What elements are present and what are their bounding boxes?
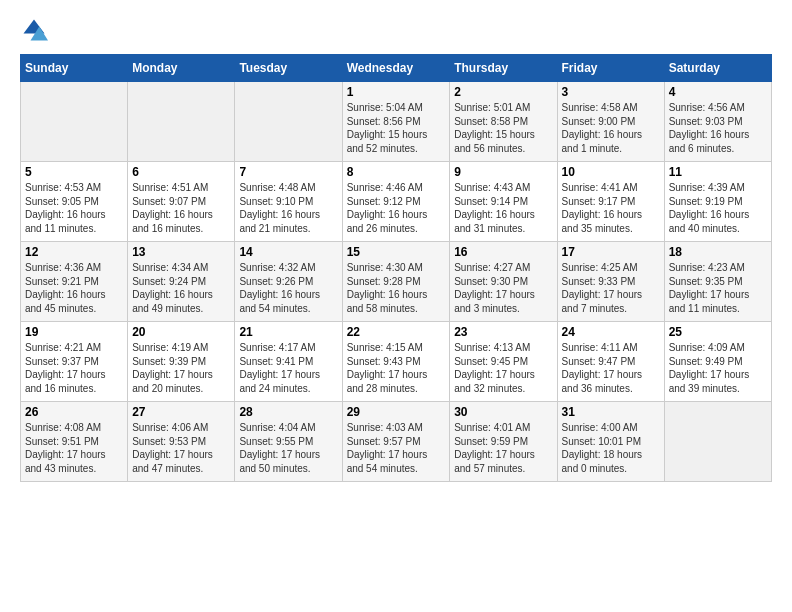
day-number: 15 — [347, 245, 446, 259]
calendar-cell: 21Sunrise: 4:17 AM Sunset: 9:41 PM Dayli… — [235, 322, 342, 402]
calendar-cell: 8Sunrise: 4:46 AM Sunset: 9:12 PM Daylig… — [342, 162, 450, 242]
calendar-cell: 28Sunrise: 4:04 AM Sunset: 9:55 PM Dayli… — [235, 402, 342, 482]
day-info: Sunrise: 4:23 AM Sunset: 9:35 PM Dayligh… — [669, 261, 767, 315]
calendar-cell — [128, 82, 235, 162]
day-number: 28 — [239, 405, 337, 419]
day-info: Sunrise: 4:25 AM Sunset: 9:33 PM Dayligh… — [562, 261, 660, 315]
calendar-cell: 23Sunrise: 4:13 AM Sunset: 9:45 PM Dayli… — [450, 322, 557, 402]
day-number: 14 — [239, 245, 337, 259]
weekday-header-row: SundayMondayTuesdayWednesdayThursdayFrid… — [21, 55, 772, 82]
day-info: Sunrise: 4:27 AM Sunset: 9:30 PM Dayligh… — [454, 261, 552, 315]
day-info: Sunrise: 4:30 AM Sunset: 9:28 PM Dayligh… — [347, 261, 446, 315]
calendar-table: SundayMondayTuesdayWednesdayThursdayFrid… — [20, 54, 772, 482]
calendar-cell: 13Sunrise: 4:34 AM Sunset: 9:24 PM Dayli… — [128, 242, 235, 322]
weekday-header: Saturday — [664, 55, 771, 82]
calendar-cell: 9Sunrise: 4:43 AM Sunset: 9:14 PM Daylig… — [450, 162, 557, 242]
day-number: 22 — [347, 325, 446, 339]
day-number: 3 — [562, 85, 660, 99]
calendar-cell: 11Sunrise: 4:39 AM Sunset: 9:19 PM Dayli… — [664, 162, 771, 242]
day-number: 17 — [562, 245, 660, 259]
calendar-cell: 30Sunrise: 4:01 AM Sunset: 9:59 PM Dayli… — [450, 402, 557, 482]
calendar-cell: 2Sunrise: 5:01 AM Sunset: 8:58 PM Daylig… — [450, 82, 557, 162]
day-info: Sunrise: 4:51 AM Sunset: 9:07 PM Dayligh… — [132, 181, 230, 235]
day-number: 12 — [25, 245, 123, 259]
calendar-cell: 6Sunrise: 4:51 AM Sunset: 9:07 PM Daylig… — [128, 162, 235, 242]
day-info: Sunrise: 4:46 AM Sunset: 9:12 PM Dayligh… — [347, 181, 446, 235]
day-number: 1 — [347, 85, 446, 99]
day-number: 30 — [454, 405, 552, 419]
calendar-cell: 22Sunrise: 4:15 AM Sunset: 9:43 PM Dayli… — [342, 322, 450, 402]
day-info: Sunrise: 4:39 AM Sunset: 9:19 PM Dayligh… — [669, 181, 767, 235]
calendar-cell: 15Sunrise: 4:30 AM Sunset: 9:28 PM Dayli… — [342, 242, 450, 322]
calendar-cell — [235, 82, 342, 162]
calendar-week-row: 5Sunrise: 4:53 AM Sunset: 9:05 PM Daylig… — [21, 162, 772, 242]
day-info: Sunrise: 4:06 AM Sunset: 9:53 PM Dayligh… — [132, 421, 230, 475]
calendar-cell: 26Sunrise: 4:08 AM Sunset: 9:51 PM Dayli… — [21, 402, 128, 482]
weekday-header: Friday — [557, 55, 664, 82]
day-info: Sunrise: 4:43 AM Sunset: 9:14 PM Dayligh… — [454, 181, 552, 235]
day-number: 13 — [132, 245, 230, 259]
weekday-header: Sunday — [21, 55, 128, 82]
day-info: Sunrise: 4:17 AM Sunset: 9:41 PM Dayligh… — [239, 341, 337, 395]
day-number: 21 — [239, 325, 337, 339]
calendar-cell: 25Sunrise: 4:09 AM Sunset: 9:49 PM Dayli… — [664, 322, 771, 402]
calendar-week-row: 12Sunrise: 4:36 AM Sunset: 9:21 PM Dayli… — [21, 242, 772, 322]
calendar-cell: 31Sunrise: 4:00 AM Sunset: 10:01 PM Dayl… — [557, 402, 664, 482]
day-number: 16 — [454, 245, 552, 259]
calendar-cell — [664, 402, 771, 482]
calendar-cell: 24Sunrise: 4:11 AM Sunset: 9:47 PM Dayli… — [557, 322, 664, 402]
calendar-cell: 7Sunrise: 4:48 AM Sunset: 9:10 PM Daylig… — [235, 162, 342, 242]
day-number: 29 — [347, 405, 446, 419]
day-info: Sunrise: 4:41 AM Sunset: 9:17 PM Dayligh… — [562, 181, 660, 235]
calendar-cell: 4Sunrise: 4:56 AM Sunset: 9:03 PM Daylig… — [664, 82, 771, 162]
calendar-cell: 18Sunrise: 4:23 AM Sunset: 9:35 PM Dayli… — [664, 242, 771, 322]
day-info: Sunrise: 4:56 AM Sunset: 9:03 PM Dayligh… — [669, 101, 767, 155]
calendar-cell: 29Sunrise: 4:03 AM Sunset: 9:57 PM Dayli… — [342, 402, 450, 482]
calendar-cell: 1Sunrise: 5:04 AM Sunset: 8:56 PM Daylig… — [342, 82, 450, 162]
day-info: Sunrise: 4:03 AM Sunset: 9:57 PM Dayligh… — [347, 421, 446, 475]
day-number: 18 — [669, 245, 767, 259]
day-number: 20 — [132, 325, 230, 339]
calendar-week-row: 1Sunrise: 5:04 AM Sunset: 8:56 PM Daylig… — [21, 82, 772, 162]
day-info: Sunrise: 5:04 AM Sunset: 8:56 PM Dayligh… — [347, 101, 446, 155]
calendar-cell: 10Sunrise: 4:41 AM Sunset: 9:17 PM Dayli… — [557, 162, 664, 242]
day-info: Sunrise: 4:36 AM Sunset: 9:21 PM Dayligh… — [25, 261, 123, 315]
day-number: 23 — [454, 325, 552, 339]
day-number: 9 — [454, 165, 552, 179]
day-number: 26 — [25, 405, 123, 419]
weekday-header: Thursday — [450, 55, 557, 82]
weekday-header: Tuesday — [235, 55, 342, 82]
calendar-cell: 17Sunrise: 4:25 AM Sunset: 9:33 PM Dayli… — [557, 242, 664, 322]
calendar-cell: 16Sunrise: 4:27 AM Sunset: 9:30 PM Dayli… — [450, 242, 557, 322]
day-number: 31 — [562, 405, 660, 419]
day-info: Sunrise: 4:19 AM Sunset: 9:39 PM Dayligh… — [132, 341, 230, 395]
day-info: Sunrise: 4:13 AM Sunset: 9:45 PM Dayligh… — [454, 341, 552, 395]
calendar-cell: 12Sunrise: 4:36 AM Sunset: 9:21 PM Dayli… — [21, 242, 128, 322]
day-number: 11 — [669, 165, 767, 179]
day-info: Sunrise: 4:09 AM Sunset: 9:49 PM Dayligh… — [669, 341, 767, 395]
day-info: Sunrise: 4:15 AM Sunset: 9:43 PM Dayligh… — [347, 341, 446, 395]
day-number: 6 — [132, 165, 230, 179]
day-info: Sunrise: 4:11 AM Sunset: 9:47 PM Dayligh… — [562, 341, 660, 395]
day-info: Sunrise: 5:01 AM Sunset: 8:58 PM Dayligh… — [454, 101, 552, 155]
day-info: Sunrise: 4:48 AM Sunset: 9:10 PM Dayligh… — [239, 181, 337, 235]
calendar-cell: 19Sunrise: 4:21 AM Sunset: 9:37 PM Dayli… — [21, 322, 128, 402]
calendar-week-row: 26Sunrise: 4:08 AM Sunset: 9:51 PM Dayli… — [21, 402, 772, 482]
day-info: Sunrise: 4:34 AM Sunset: 9:24 PM Dayligh… — [132, 261, 230, 315]
day-number: 8 — [347, 165, 446, 179]
day-info: Sunrise: 4:53 AM Sunset: 9:05 PM Dayligh… — [25, 181, 123, 235]
day-number: 5 — [25, 165, 123, 179]
day-info: Sunrise: 4:21 AM Sunset: 9:37 PM Dayligh… — [25, 341, 123, 395]
weekday-header: Wednesday — [342, 55, 450, 82]
day-number: 24 — [562, 325, 660, 339]
weekday-header: Monday — [128, 55, 235, 82]
day-info: Sunrise: 4:32 AM Sunset: 9:26 PM Dayligh… — [239, 261, 337, 315]
calendar-cell: 20Sunrise: 4:19 AM Sunset: 9:39 PM Dayli… — [128, 322, 235, 402]
day-number: 10 — [562, 165, 660, 179]
day-info: Sunrise: 4:00 AM Sunset: 10:01 PM Daylig… — [562, 421, 660, 475]
day-info: Sunrise: 4:01 AM Sunset: 9:59 PM Dayligh… — [454, 421, 552, 475]
day-number: 19 — [25, 325, 123, 339]
day-number: 27 — [132, 405, 230, 419]
day-number: 2 — [454, 85, 552, 99]
calendar-header — [20, 16, 772, 44]
